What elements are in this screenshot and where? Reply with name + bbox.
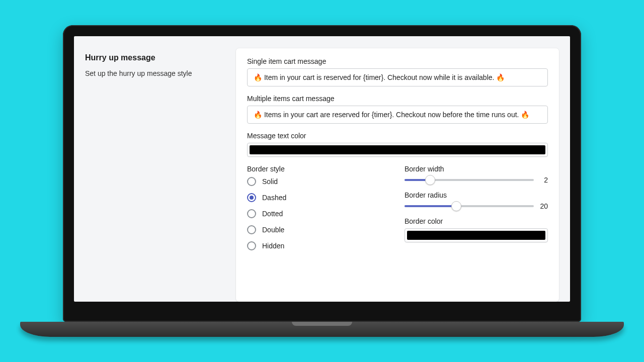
slider-fill xyxy=(405,205,456,207)
border-radius-value: 20 xyxy=(539,202,548,210)
single-message-field: Single item cart message xyxy=(247,57,548,86)
multiple-message-input[interactable] xyxy=(247,106,548,124)
radio-icon xyxy=(247,225,256,234)
radio-hidden[interactable]: Hidden xyxy=(247,241,390,250)
section-title: Hurry up message xyxy=(85,53,226,62)
border-sliders-group: Border width 2 Border radius xyxy=(405,165,548,257)
slider-track xyxy=(405,179,534,181)
slider-thumb[interactable] xyxy=(425,175,435,185)
border-radius-label: Border radius xyxy=(405,191,548,199)
single-message-label: Single item cart message xyxy=(247,57,548,65)
radio-label: Hidden xyxy=(262,242,284,250)
laptop-base xyxy=(20,322,624,337)
radio-label: Dotted xyxy=(262,210,283,218)
border-color-input[interactable] xyxy=(405,228,548,242)
radio-label: Dashed xyxy=(262,194,286,202)
text-color-swatch xyxy=(250,145,545,154)
section-description: Set up the hurry up message style xyxy=(85,69,226,77)
settings-card: Single item cart message Multiple items … xyxy=(236,48,559,302)
text-color-input[interactable] xyxy=(247,143,548,157)
border-radius-slider[interactable]: 20 xyxy=(405,202,548,210)
single-message-input[interactable] xyxy=(247,68,548,86)
border-style-label: Border style xyxy=(247,165,390,173)
radio-dotted[interactable]: Dotted xyxy=(247,209,390,218)
multiple-message-field: Multiple items cart message xyxy=(247,95,548,124)
laptop-bezel: Hurry up message Set up the hurry up mes… xyxy=(63,25,581,322)
text-color-field: Message text color xyxy=(247,132,548,157)
laptop-mockup: Hurry up message Set up the hurry up mes… xyxy=(63,25,581,337)
border-color-swatch xyxy=(407,231,545,240)
radio-icon xyxy=(247,241,256,250)
radio-dashed[interactable]: Dashed xyxy=(247,193,390,202)
laptop-notch xyxy=(292,322,352,326)
border-width-value: 2 xyxy=(539,176,548,184)
radio-label: Double xyxy=(262,226,284,234)
radio-label: Solid xyxy=(262,177,278,186)
radio-double[interactable]: Double xyxy=(247,225,390,234)
border-color-label: Border color xyxy=(405,217,548,225)
section-header: Hurry up message Set up the hurry up mes… xyxy=(85,48,236,302)
slider-thumb[interactable] xyxy=(451,201,461,211)
border-width-slider[interactable]: 2 xyxy=(405,176,548,184)
multiple-message-label: Multiple items cart message xyxy=(247,95,548,103)
app-screen: Hurry up message Set up the hurry up mes… xyxy=(74,36,570,302)
border-style-group: Border style Solid Dashed Dotted xyxy=(247,165,390,257)
radio-icon xyxy=(247,193,256,202)
radio-icon xyxy=(247,209,256,218)
text-color-label: Message text color xyxy=(247,132,548,140)
border-settings-row: Border style Solid Dashed Dotted xyxy=(247,165,548,257)
border-width-label: Border width xyxy=(405,165,548,173)
radio-solid[interactable]: Solid xyxy=(247,177,390,186)
slider-track xyxy=(405,205,534,207)
radio-icon xyxy=(247,177,256,186)
